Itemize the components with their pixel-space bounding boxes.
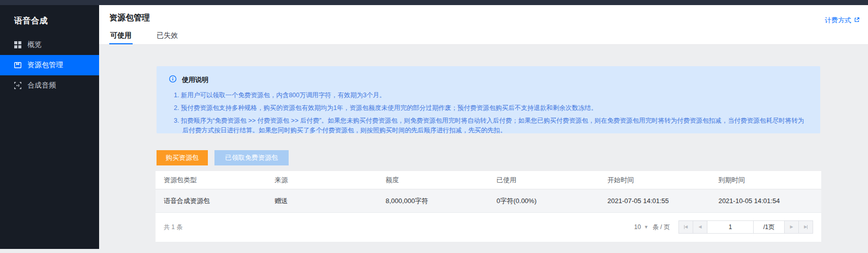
sidebar-item-synth-audio[interactable]: 合成音频: [0, 75, 99, 96]
total-count-label: 共 1 条: [164, 223, 182, 232]
resource-package-table: 资源包类型 来源 额度 已使用 开始时间 到期时间 语音合成资源包 赠送 8,0…: [156, 171, 821, 242]
total-pages-label: /1页: [753, 220, 785, 234]
page-header: 资源包管理 计费方式 可使用 已失效: [99, 5, 868, 45]
first-page-icon: ◀: [685, 225, 688, 229]
prev-page-icon: ◀: [698, 225, 701, 229]
notice-list: 1. 新用户可以领取一个免费资源包，内含800万调用字符，有效期为3个月。 2.…: [174, 91, 808, 135]
column-header-expire-time: 到期时间: [710, 176, 821, 185]
column-header-source: 来源: [266, 176, 377, 185]
column-header-quota: 额度: [378, 176, 488, 185]
cell-package-type: 语音合成资源包: [156, 196, 266, 206]
package-icon: [14, 61, 22, 69]
column-header-start-time: 开始时间: [599, 176, 710, 185]
usage-notice-box: 使用说明 1. 新用户可以领取一个免费资源包，内含800万调用字符，有效期为3个…: [157, 66, 820, 133]
cell-quota: 8,000,000字符: [378, 196, 488, 206]
notice-item: 1. 新用户可以领取一个免费资源包，内含800万调用字符，有效期为3个月。: [174, 91, 808, 100]
cell-expire-time: 2021-10-05 14:01:54: [710, 197, 821, 205]
tab-expired[interactable]: 已失效: [156, 28, 179, 44]
pagination-controls: 10 ▼ 条 / 页 ◀ ◀ /1页 ▶ ▶: [634, 220, 813, 234]
column-header-type: 资源包类型: [156, 176, 266, 185]
sidebar-title: 语音合成: [0, 5, 99, 35]
billing-method-link[interactable]: 计费方式: [825, 16, 860, 25]
pager-button-group: ◀ ◀ /1页 ▶ ▶: [679, 220, 813, 234]
tab-usable[interactable]: 可使用: [109, 28, 133, 44]
billing-link-label: 计费方式: [825, 16, 851, 25]
table-footer: 共 1 条 10 ▼ 条 / 页 ◀ ◀ /1页 ▶ ▶: [156, 213, 821, 241]
cell-start-time: 2021-07-05 14:01:55: [599, 197, 710, 205]
notice-header: 使用说明: [169, 75, 808, 85]
cell-source: 赠送: [266, 196, 377, 206]
action-button-row: 购买资源包 已领取免费资源包: [157, 150, 289, 165]
buy-resource-package-button[interactable]: 购买资源包: [157, 150, 208, 165]
grid-icon: [14, 41, 22, 49]
last-page-button[interactable]: ▶: [798, 220, 813, 234]
notice-title: 使用说明: [182, 75, 208, 85]
sidebar-item-label: 合成音频: [27, 81, 56, 90]
sidebar-item-label: 资源包管理: [27, 61, 63, 70]
top-bar: [0, 0, 868, 5]
sidebar: 语音合成 概览 资源包管理 合成音频: [0, 5, 99, 249]
notice-item: 3. 扣费顺序为“免费资源包 >> 付费资源包 >> 后付费”。如果您未购买付费…: [174, 116, 808, 135]
prev-page-button[interactable]: ◀: [693, 220, 707, 234]
info-icon: [169, 75, 177, 85]
notice-item: 2. 预付费资源包支持多种规格，购买的资源包有效期均为1年，资源包额度未使用完的…: [174, 103, 808, 113]
free-package-claimed-button: 已领取免费资源包: [214, 150, 289, 165]
next-page-icon: ▶: [790, 225, 793, 229]
first-page-button[interactable]: ◀: [678, 220, 693, 234]
table-row: 语音合成资源包 赠送 8,000,000字符 0字符(0.00%) 2021-0…: [156, 189, 821, 213]
external-link-icon: [854, 17, 860, 24]
sidebar-item-label: 概览: [27, 40, 42, 49]
next-page-button[interactable]: ▶: [784, 220, 799, 234]
sidebar-item-overview[interactable]: 概览: [0, 35, 99, 55]
chevron-down-icon: ▼: [644, 224, 648, 230]
page-title: 资源包管理: [109, 13, 150, 23]
page-size-select[interactable]: 10 ▼ 条 / 页: [634, 223, 670, 232]
page-number-input[interactable]: [707, 220, 754, 234]
last-page-icon: [807, 225, 808, 229]
tab-bar: 可使用 已失效: [109, 28, 202, 44]
cell-used: 0字符(0.00%): [488, 196, 599, 206]
sidebar-item-resource-packages[interactable]: 资源包管理: [0, 55, 99, 75]
column-header-used: 已使用: [488, 176, 599, 185]
audio-icon: [14, 81, 22, 90]
per-page-label: 条 / 页: [653, 223, 670, 232]
table-header-row: 资源包类型 来源 额度 已使用 开始时间 到期时间: [156, 171, 821, 189]
page-size-value: 10: [634, 223, 641, 231]
